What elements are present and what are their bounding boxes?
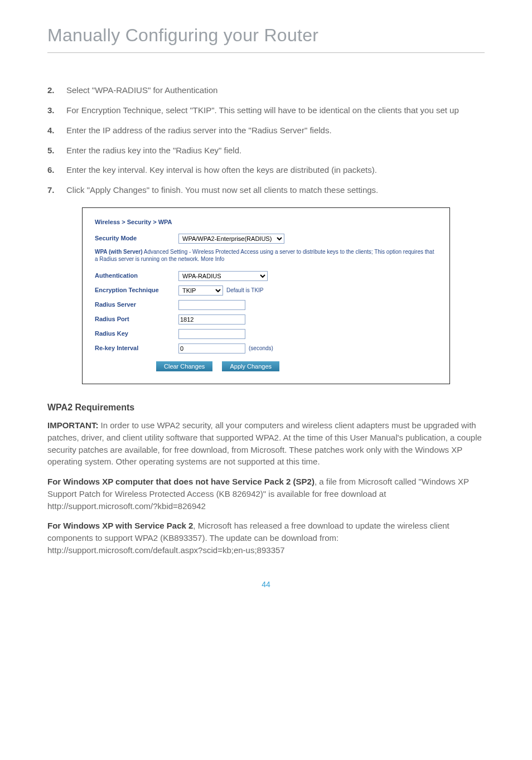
security-mode-label: Security Mode — [95, 234, 178, 243]
radius-key-label: Radius Key — [95, 330, 178, 338]
page-number: 44 — [47, 579, 485, 590]
rekey-hint: (seconds) — [249, 345, 273, 353]
step-number: 7. — [47, 184, 66, 196]
wpa2-heading: WPA2 Requirements — [47, 401, 485, 414]
radius-key-input[interactable] — [178, 329, 245, 339]
wpa-description: WPA (with Server) Advanced Setting - Wir… — [95, 248, 437, 263]
sp2-lead: For Windows XP computer that does not ha… — [47, 477, 315, 486]
clear-changes-button[interactable]: Clear Changes — [156, 361, 212, 371]
page-title: Manually Configuring your Router — [47, 22, 485, 48]
radius-server-input[interactable] — [178, 300, 245, 310]
sp2b-paragraph: For Windows XP with Service Pack 2, Micr… — [47, 520, 485, 556]
wpa-description-text: Advanced Setting - Wireless Protected Ac… — [95, 249, 434, 263]
step-item: 3. For Encryption Technique, select "TKI… — [47, 104, 485, 117]
encryption-hint: Default is TKIP — [226, 287, 264, 295]
step-item: 7. Click "Apply Changes" to finish. You … — [47, 184, 485, 196]
sp2b-lead: For Windows XP with Service Pack 2 — [47, 521, 193, 530]
steps-list: 2. Select "WPA-RADIUS" for Authenticatio… — [47, 84, 485, 196]
step-text: Enter the key interval. Key interval is … — [66, 164, 485, 176]
wpa2-important-paragraph: IMPORTANT: In order to use WPA2 security… — [47, 419, 485, 468]
radius-port-input[interactable] — [178, 314, 245, 325]
step-item: 5. Enter the radius key into the "Radius… — [47, 144, 485, 157]
important-body: In order to use WPA2 security, all your … — [47, 420, 482, 466]
step-text: Enter the radius key into the "Radius Ke… — [66, 144, 485, 157]
step-number: 3. — [47, 104, 66, 117]
radius-port-label: Radius Port — [95, 315, 178, 324]
step-number: 4. — [47, 124, 66, 137]
authentication-row: Authentication WPA-RADIUS — [95, 271, 437, 281]
step-item: 4. Enter the IP address of the radius se… — [47, 124, 485, 137]
step-number: 5. — [47, 144, 66, 157]
radius-server-label: Radius Server — [95, 301, 178, 309]
button-row: Clear Changes Apply Changes — [95, 361, 437, 371]
security-mode-select[interactable]: WPA/WPA2-Enterprise(RADIUS) — [178, 234, 284, 244]
title-rule — [47, 52, 485, 53]
encryption-select[interactable]: TKIP — [178, 285, 223, 296]
authentication-label: Authentication — [95, 272, 178, 280]
apply-changes-button[interactable]: Apply Changes — [222, 361, 279, 371]
rekey-row: Re-key Interval (seconds) — [95, 343, 437, 354]
step-item: 6. Enter the key interval. Key interval … — [47, 164, 485, 176]
radius-port-row: Radius Port — [95, 314, 437, 325]
step-number: 6. — [47, 164, 66, 176]
radius-key-row: Radius Key — [95, 329, 437, 339]
step-text: For Encryption Technique, select "TKIP".… — [66, 104, 485, 117]
security-mode-row: Security Mode WPA/WPA2-Enterprise(RADIUS… — [95, 234, 437, 244]
encryption-label: Encryption Technique — [95, 286, 178, 295]
encryption-row: Encryption Technique TKIP Default is TKI… — [95, 285, 437, 296]
step-text: Click "Apply Changes" to finish. You mus… — [66, 184, 485, 196]
wpa-description-bold: WPA (with Server) — [95, 249, 143, 255]
important-lead: IMPORTANT: — [47, 420, 98, 430]
authentication-select[interactable]: WPA-RADIUS — [178, 271, 268, 281]
sp2-paragraph: For Windows XP computer that does not ha… — [47, 476, 485, 512]
step-item: 2. Select "WPA-RADIUS" for Authenticatio… — [47, 84, 485, 96]
rekey-label: Re-key Interval — [95, 344, 178, 353]
breadcrumb: Wireless > Security > WPA — [95, 218, 437, 227]
step-text: Select "WPA-RADIUS" for Authentication — [66, 84, 485, 96]
config-panel: Wireless > Security > WPA Security Mode … — [82, 207, 450, 384]
step-number: 2. — [47, 84, 66, 96]
radius-server-row: Radius Server — [95, 300, 437, 310]
step-text: Enter the IP address of the radius serve… — [66, 124, 485, 137]
rekey-input[interactable] — [178, 343, 245, 354]
